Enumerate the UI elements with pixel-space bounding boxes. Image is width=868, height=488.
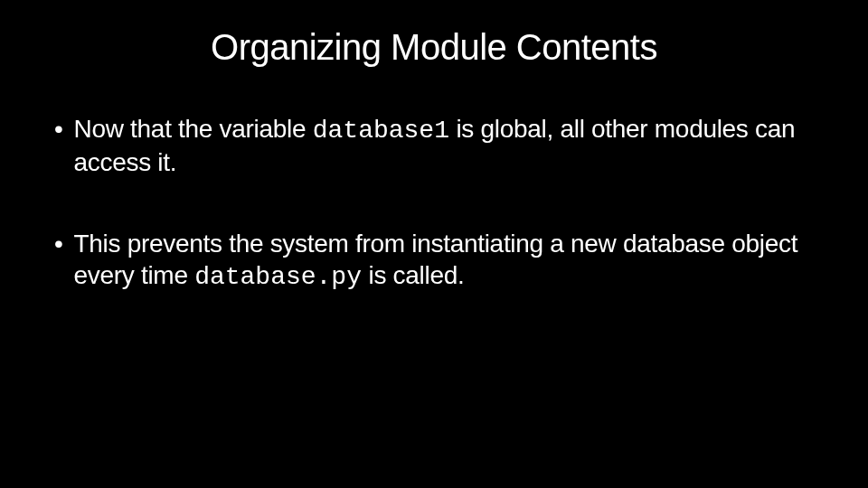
- slide-content: • Now that the variable database1 is glo…: [36, 113, 832, 293]
- slide: Organizing Module Contents • Now that th…: [0, 0, 868, 488]
- bullet-item: • Now that the variable database1 is glo…: [54, 113, 832, 178]
- bullet-marker-icon: •: [54, 113, 63, 145]
- bullet-text: This prevents the system from instantiat…: [74, 228, 832, 293]
- bullet-text-post: is called.: [362, 261, 464, 289]
- bullet-code: database.py: [194, 263, 362, 291]
- bullet-marker-icon: •: [54, 228, 63, 259]
- bullet-text: Now that the variable database1 is globa…: [74, 113, 832, 178]
- bullet-code: database1: [313, 117, 449, 145]
- slide-title: Organizing Module Contents: [36, 27, 832, 68]
- bullet-item: • This prevents the system from instanti…: [54, 228, 832, 293]
- bullet-text-pre: Now that the variable: [74, 115, 313, 143]
